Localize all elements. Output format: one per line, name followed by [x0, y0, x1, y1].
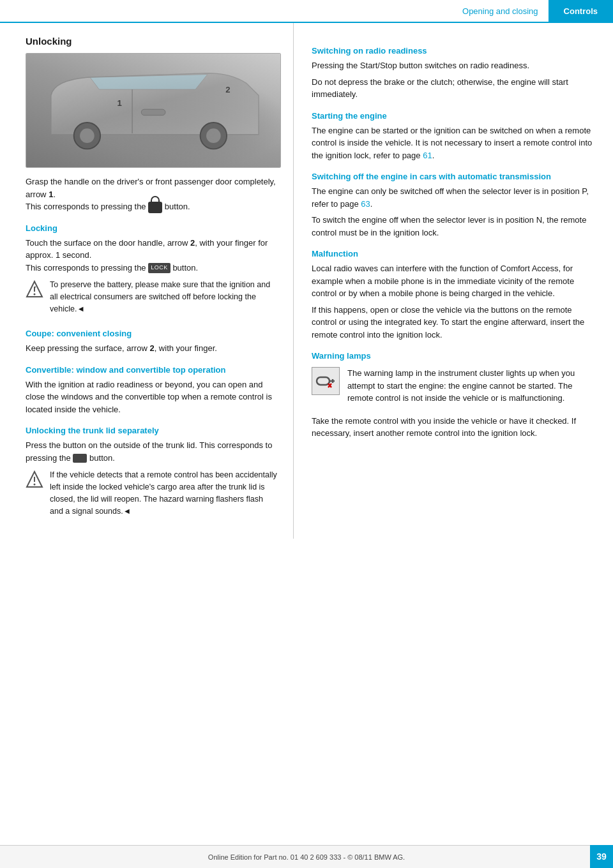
car-illustration-svg: 1 2: [39, 59, 268, 161]
page-footer: Online Edition for Part no. 01 40 2 609 …: [0, 845, 613, 868]
switching-radio-text2: Do not depress the brake or the clutch; …: [312, 76, 598, 101]
trunk-title: Unlocking the trunk lid separately: [26, 426, 278, 435]
header-section-right: Controls: [549, 0, 613, 22]
svg-point-7: [206, 128, 221, 143]
convertible-title: Convertible: window and convertible top …: [26, 365, 278, 375]
warning-lamps-box: The warning lamp in the instrument clust…: [312, 367, 598, 408]
switching-off-text1b: .: [370, 199, 373, 209]
trunk-text2: button.: [89, 453, 115, 463]
footer-copyright: Online Edition for Part no. 01 40 2 609 …: [26, 853, 587, 861]
warning-lamp-svg: [314, 370, 337, 393]
page-number: 39: [590, 845, 613, 868]
locking-text: Touch the surface on the door handle, ar…: [26, 237, 278, 274]
locking-title: Locking: [26, 223, 278, 233]
starting-engine-text1: The engine can be started or the ignitio…: [312, 126, 592, 160]
trunk-note-triangle-icon: [26, 470, 43, 488]
warning-lamp-icon: [312, 367, 340, 395]
coupe-text: Keep pressing the surface, arrow 2, with…: [26, 342, 278, 355]
page-header: Opening and closing Controls: [0, 0, 613, 23]
locking-text1: Touch the surface on the door handle, ar…: [26, 238, 188, 248]
starting-engine-text: The engine can be started or the ignitio…: [312, 124, 598, 162]
starting-engine-title: Starting the engine: [312, 111, 598, 121]
car-image-inner: 1 2: [26, 54, 280, 167]
lock-button-icon: LOCK: [148, 263, 170, 273]
main-content: Unlocking: [0, 23, 613, 539]
switching-off-text1a: The engine can only be switched off when…: [312, 186, 589, 209]
locking-note-box: To preserve the battery, please make sur…: [26, 279, 278, 318]
trunk-note-text: If the vehicle detects that a remote con…: [50, 469, 278, 517]
header-opening-closing: Opening and closing: [462, 6, 538, 16]
svg-rect-1: [141, 109, 165, 115]
coupe-text2: , with your finger.: [155, 343, 217, 353]
svg-text:1: 1: [117, 98, 121, 107]
trunk-note-box: If the vehicle detects that a remote con…: [26, 469, 278, 521]
locking-text3b: button.: [172, 263, 198, 273]
coupe-text1: Keep pressing the surface, arrow: [26, 343, 148, 353]
malfunction-text2: If this happens, open or close the vehic…: [312, 304, 598, 341]
warning-lamps-title: Warning lamps: [312, 351, 598, 361]
starting-engine-text2: .: [432, 151, 435, 160]
malfunction-title: Malfunction: [312, 249, 598, 258]
warning-lamps-text1: The warning lamp in the instrument clust…: [347, 367, 598, 405]
switching-off-text2: To switch the engine off when the select…: [312, 214, 598, 239]
switching-radio-title: Switching on radio readiness: [312, 46, 598, 56]
right-column: Switching on radio readiness Pressing th…: [294, 23, 613, 539]
svg-point-10: [34, 294, 36, 296]
locking-note-text: To preserve the battery, please make sur…: [50, 279, 278, 315]
warning-lamps-text2: Take the remote control with you inside …: [312, 415, 598, 440]
header-section-left: Opening and closing: [0, 6, 549, 16]
header-controls-label: Controls: [564, 6, 598, 16]
unlocking-intro: Grasp the handle on the driver's or fron…: [26, 176, 278, 213]
switching-off-title: Switching off the engine in cars with au…: [312, 172, 598, 181]
convertible-text: With the ignition at radio readiness or …: [26, 378, 278, 416]
trunk-button-icon: [73, 454, 87, 463]
left-column: Unlocking: [0, 23, 294, 539]
unlock-button-icon: [148, 202, 162, 213]
coupe-title: Coupe: convenient closing: [26, 329, 278, 338]
starting-engine-page-ref: 61: [423, 151, 432, 160]
svg-text:2: 2: [225, 85, 230, 94]
svg-rect-15: [317, 377, 329, 385]
unlocking-title: Unlocking: [26, 36, 278, 47]
trunk-text1: Press the button on the outside of the t…: [26, 440, 272, 463]
svg-point-14: [34, 484, 36, 486]
intro-text: Grasp the handle on the driver's or fron…: [26, 177, 276, 199]
malfunction-text1: Local radio waves can interfere with the…: [312, 262, 598, 300]
locking-text3: This corresponds to pressing the: [26, 263, 146, 273]
svg-point-5: [80, 128, 95, 143]
switching-radio-text1: Pressing the Start/Stop button switches …: [312, 59, 598, 72]
car-door-image: 1 2: [26, 53, 281, 168]
intro-text2: .: [53, 190, 56, 199]
intro-text3b: button.: [165, 202, 190, 211]
switching-off-text1: The engine can only be switched off when…: [312, 185, 598, 210]
note-triangle-icon: [26, 280, 43, 298]
intro-text3: This corresponds to pressing the: [26, 202, 146, 211]
coupe-arrow2: 2: [149, 343, 154, 353]
warning-lamps-text-block: The warning lamp in the instrument clust…: [347, 367, 598, 408]
switching-off-page-ref: 63: [361, 199, 370, 209]
trunk-text: Press the button on the outside of the t…: [26, 439, 278, 464]
